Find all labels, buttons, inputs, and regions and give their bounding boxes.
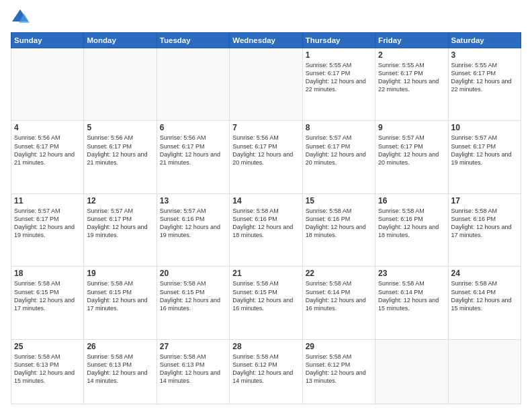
cell-info: Sunrise: 5:58 AMSunset: 6:12 PMDaylight:… [232, 353, 299, 385]
header [11, 8, 521, 27]
day-header-sunday: Sunday [11, 33, 84, 48]
cell-info: Sunrise: 5:58 AMSunset: 6:13 PMDaylight:… [160, 353, 226, 385]
cell-info: Sunrise: 5:57 AMSunset: 6:17 PMDaylight:… [87, 207, 153, 240]
calendar-cell [157, 48, 229, 121]
calendar-cell: 16Sunrise: 5:58 AMSunset: 6:16 PMDayligh… [375, 193, 448, 266]
cell-info: Sunrise: 5:58 AMSunset: 6:14 PMDaylight:… [378, 279, 445, 312]
day-number: 21 [232, 269, 299, 278]
calendar-cell [230, 48, 302, 121]
calendar-cell: 12Sunrise: 5:57 AMSunset: 6:17 PMDayligh… [84, 193, 157, 266]
day-number: 10 [451, 123, 518, 132]
cell-info: Sunrise: 5:57 AMSunset: 6:16 PMDaylight:… [160, 207, 226, 240]
calendar-cell: 7Sunrise: 5:56 AMSunset: 6:17 PMDaylight… [230, 121, 302, 193]
day-number: 14 [232, 196, 299, 205]
calendar-cell: 2Sunrise: 5:55 AMSunset: 6:17 PMDaylight… [375, 48, 448, 121]
cell-info: Sunrise: 5:58 AMSunset: 6:14 PMDaylight:… [451, 279, 518, 312]
logo [11, 8, 32, 27]
calendar-cell: 24Sunrise: 5:58 AMSunset: 6:14 PMDayligh… [448, 267, 521, 339]
cell-info: Sunrise: 5:58 AMSunset: 6:14 PMDaylight:… [306, 279, 372, 312]
cell-info: Sunrise: 5:58 AMSunset: 6:15 PMDaylight:… [14, 279, 81, 312]
logo-icon [11, 8, 30, 27]
calendar-table: SundayMondayTuesdayWednesdayThursdayFrid… [11, 32, 521, 404]
calendar-cell: 29Sunrise: 5:58 AMSunset: 6:12 PMDayligh… [302, 339, 375, 404]
day-number: 3 [451, 50, 518, 60]
calendar-cell: 28Sunrise: 5:58 AMSunset: 6:12 PMDayligh… [230, 339, 302, 404]
cell-info: Sunrise: 5:58 AMSunset: 6:16 PMDaylight:… [451, 207, 518, 240]
cell-info: Sunrise: 5:58 AMSunset: 6:16 PMDaylight:… [232, 207, 299, 240]
calendar-cell: 6Sunrise: 5:56 AMSunset: 6:17 PMDaylight… [157, 121, 229, 193]
calendar-cell [448, 339, 521, 404]
cell-info: Sunrise: 5:58 AMSunset: 6:15 PMDaylight:… [160, 279, 226, 312]
calendar-cell [11, 48, 84, 121]
day-number: 22 [306, 269, 372, 278]
cell-info: Sunrise: 5:56 AMSunset: 6:17 PMDaylight:… [160, 134, 226, 167]
cell-info: Sunrise: 5:56 AMSunset: 6:17 PMDaylight:… [14, 134, 81, 167]
day-number: 1 [306, 50, 372, 60]
calendar-cell: 11Sunrise: 5:57 AMSunset: 6:17 PMDayligh… [11, 193, 84, 266]
cell-info: Sunrise: 5:56 AMSunset: 6:17 PMDaylight:… [87, 134, 153, 167]
cell-info: Sunrise: 5:55 AMSunset: 6:17 PMDaylight:… [378, 61, 445, 94]
day-number: 4 [14, 123, 81, 132]
cell-info: Sunrise: 5:57 AMSunset: 6:17 PMDaylight:… [14, 207, 81, 240]
calendar-cell: 13Sunrise: 5:57 AMSunset: 6:16 PMDayligh… [157, 193, 229, 266]
cell-info: Sunrise: 5:56 AMSunset: 6:17 PMDaylight:… [232, 134, 299, 167]
calendar-cell: 3Sunrise: 5:55 AMSunset: 6:17 PMDaylight… [448, 48, 521, 121]
calendar-cell: 14Sunrise: 5:58 AMSunset: 6:16 PMDayligh… [230, 193, 302, 266]
day-number: 20 [160, 269, 226, 278]
day-number: 23 [378, 269, 445, 278]
day-number: 11 [14, 196, 81, 205]
cell-info: Sunrise: 5:57 AMSunset: 6:17 PMDaylight:… [306, 134, 372, 167]
day-number: 6 [160, 123, 226, 132]
day-header-thursday: Thursday [302, 33, 375, 48]
day-number: 17 [451, 196, 518, 205]
calendar-cell: 9Sunrise: 5:57 AMSunset: 6:17 PMDaylight… [375, 121, 448, 193]
calendar-cell: 27Sunrise: 5:58 AMSunset: 6:13 PMDayligh… [157, 339, 229, 404]
page: SundayMondayTuesdayWednesdayThursdayFrid… [0, 0, 532, 411]
calendar-week-3: 18Sunrise: 5:58 AMSunset: 6:15 PMDayligh… [11, 267, 521, 339]
calendar-cell: 23Sunrise: 5:58 AMSunset: 6:14 PMDayligh… [375, 267, 448, 339]
day-number: 26 [87, 342, 153, 351]
day-header-saturday: Saturday [448, 33, 521, 48]
calendar-week-4: 25Sunrise: 5:58 AMSunset: 6:13 PMDayligh… [11, 339, 521, 404]
day-number: 24 [451, 269, 518, 278]
day-number: 7 [232, 123, 299, 132]
calendar-cell: 15Sunrise: 5:58 AMSunset: 6:16 PMDayligh… [302, 193, 375, 266]
day-number: 19 [87, 269, 153, 278]
day-header-wednesday: Wednesday [230, 33, 302, 48]
cell-info: Sunrise: 5:55 AMSunset: 6:17 PMDaylight:… [451, 61, 518, 94]
calendar-cell [84, 48, 157, 121]
calendar-cell: 1Sunrise: 5:55 AMSunset: 6:17 PMDaylight… [302, 48, 375, 121]
cell-info: Sunrise: 5:58 AMSunset: 6:13 PMDaylight:… [14, 353, 81, 385]
cell-info: Sunrise: 5:57 AMSunset: 6:17 PMDaylight:… [451, 134, 518, 167]
day-number: 13 [160, 196, 226, 205]
cell-info: Sunrise: 5:58 AMSunset: 6:12 PMDaylight:… [306, 353, 372, 385]
day-header-tuesday: Tuesday [157, 33, 229, 48]
day-number: 28 [232, 342, 299, 351]
cell-info: Sunrise: 5:58 AMSunset: 6:15 PMDaylight:… [87, 279, 153, 312]
calendar-week-0: 1Sunrise: 5:55 AMSunset: 6:17 PMDaylight… [11, 48, 521, 121]
day-number: 16 [378, 196, 445, 205]
cell-info: Sunrise: 5:58 AMSunset: 6:16 PMDaylight:… [306, 207, 372, 240]
day-number: 2 [378, 50, 445, 60]
day-number: 5 [87, 123, 153, 132]
day-number: 15 [306, 196, 372, 205]
cell-info: Sunrise: 5:58 AMSunset: 6:16 PMDaylight:… [378, 207, 445, 240]
cell-info: Sunrise: 5:55 AMSunset: 6:17 PMDaylight:… [306, 61, 372, 94]
calendar-cell: 4Sunrise: 5:56 AMSunset: 6:17 PMDaylight… [11, 121, 84, 193]
calendar-cell: 21Sunrise: 5:58 AMSunset: 6:15 PMDayligh… [230, 267, 302, 339]
day-number: 12 [87, 196, 153, 205]
day-number: 18 [14, 269, 81, 278]
calendar-cell: 18Sunrise: 5:58 AMSunset: 6:15 PMDayligh… [11, 267, 84, 339]
cell-info: Sunrise: 5:57 AMSunset: 6:17 PMDaylight:… [378, 134, 445, 167]
day-number: 25 [14, 342, 81, 351]
calendar-cell: 20Sunrise: 5:58 AMSunset: 6:15 PMDayligh… [157, 267, 229, 339]
cell-info: Sunrise: 5:58 AMSunset: 6:13 PMDaylight:… [87, 353, 153, 385]
day-number: 9 [378, 123, 445, 132]
calendar-cell: 19Sunrise: 5:58 AMSunset: 6:15 PMDayligh… [84, 267, 157, 339]
calendar-cell: 22Sunrise: 5:58 AMSunset: 6:14 PMDayligh… [302, 267, 375, 339]
calendar-cell: 26Sunrise: 5:58 AMSunset: 6:13 PMDayligh… [84, 339, 157, 404]
calendar-week-2: 11Sunrise: 5:57 AMSunset: 6:17 PMDayligh… [11, 193, 521, 266]
calendar-cell: 8Sunrise: 5:57 AMSunset: 6:17 PMDaylight… [302, 121, 375, 193]
calendar-cell: 5Sunrise: 5:56 AMSunset: 6:17 PMDaylight… [84, 121, 157, 193]
day-number: 27 [160, 342, 226, 351]
